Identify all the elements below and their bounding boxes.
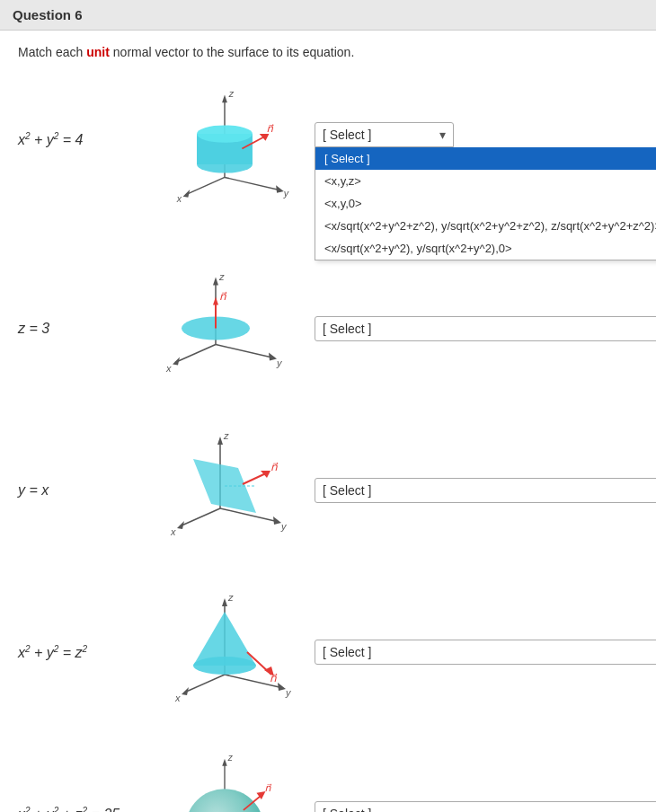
svg-line-6: [185, 177, 225, 194]
question-title: Question 6: [13, 7, 83, 22]
equation-2-text: z = 3: [18, 321, 49, 336]
select-container-1: [ Select ] ▾ [ Select ] <x,y,z> <x,y,0> …: [315, 77, 454, 147]
select-5[interactable]: [ Select ] <x,y,z> <x,y,0> <x/sqrt(x^2+y…: [315, 801, 656, 812]
plane-svg: z y x n⃗: [153, 423, 297, 558]
svg-text:n⃗: n⃗: [270, 672, 278, 684]
equation-1: x2 + y2 = 4: [18, 77, 135, 148]
row-2: z = 3 z y x n⃗: [18, 257, 638, 401]
cone-svg: z y x n⃗: [153, 585, 297, 719]
shape-disk: z y x n⃗: [135, 257, 315, 401]
svg-marker-29: [217, 437, 223, 445]
svg-text:n⃗: n⃗: [219, 290, 227, 303]
svg-text:n⃗: n⃗: [265, 782, 272, 793]
option-xyz-1[interactable]: <x,y,z>: [315, 170, 656, 192]
svg-text:z: z: [227, 753, 234, 763]
instruction-highlight: unit: [86, 45, 110, 59]
question-header: Question 6: [0, 0, 656, 31]
instruction-text: Match each unit normal vector to the sur…: [18, 45, 638, 59]
svg-marker-22: [173, 357, 180, 366]
shape-sphere: z y n⃗: [135, 742, 315, 812]
option-xy0-1[interactable]: <x,y,0>: [315, 192, 656, 215]
select-container-4: [ Select ] <x,y,z> <x,y,0> <x/sqrt(x^2+y…: [315, 640, 656, 665]
svg-marker-49: [182, 687, 189, 695]
svg-text:y: y: [276, 357, 283, 368]
equation-4: x2 + y2 = z2: [18, 643, 135, 660]
svg-line-48: [184, 675, 225, 693]
row-3: y = x z y x: [18, 419, 638, 562]
svg-line-21: [175, 345, 216, 363]
svg-text:z: z: [227, 592, 234, 603]
instruction-prefix: Match each: [18, 45, 86, 59]
svg-marker-32: [273, 516, 281, 525]
question-body: Match each unit normal vector to the sur…: [0, 31, 656, 812]
equation-1-text: x2 + y2 = 4: [18, 132, 84, 147]
svg-marker-19: [269, 353, 277, 361]
svg-point-52: [193, 657, 256, 675]
svg-marker-57: [222, 759, 226, 766]
svg-text:z: z: [218, 271, 225, 282]
svg-text:x: x: [165, 363, 172, 374]
option-select-1[interactable]: [ Select ]: [315, 147, 656, 170]
dropdown-list-1: [ Select ] <x,y,z> <x,y,0> <x/sqrt(x^2+y…: [315, 147, 656, 260]
shape-cylinder: z y x n⃗: [135, 77, 315, 221]
svg-marker-43: [222, 598, 227, 606]
equation-2: z = 3: [18, 321, 135, 337]
row-4: x2 + y2 = z2 z y x: [18, 580, 638, 724]
svg-marker-4: [276, 185, 284, 193]
select-4[interactable]: [ Select ] <x,y,z> <x,y,0> <x/sqrt(x^2+y…: [315, 640, 656, 665]
svg-line-18: [216, 345, 274, 358]
svg-text:x: x: [176, 193, 182, 204]
svg-point-64: [185, 789, 263, 812]
dropdown-open-1: [ Select ] ▾ [ Select ] <x,y,z> <x,y,0> …: [315, 122, 454, 147]
row-5: x2 + y2 + z2 = 25 z y: [18, 742, 638, 812]
svg-text:n⃗: n⃗: [266, 122, 274, 134]
equation-4-text: x2 + y2 = z2: [18, 645, 87, 660]
disk-svg: z y x n⃗: [153, 261, 297, 396]
svg-text:x: x: [174, 693, 181, 703]
svg-text:y: y: [280, 521, 288, 532]
option-unit-sphere-1[interactable]: <x/sqrt(x^2+y^2+z^2), y/sqrt(x^2+y^2+z^2…: [315, 215, 656, 237]
svg-line-34: [180, 508, 220, 526]
shape-cone: z y x n⃗: [135, 580, 315, 724]
equation-5: x2 + y2 + z2 = 25: [18, 805, 135, 812]
row-1: x2 + y2 = 4 z y x: [18, 77, 638, 221]
svg-marker-35: [177, 521, 184, 529]
svg-text:x: x: [170, 526, 176, 537]
sphere-svg: z y n⃗: [153, 746, 297, 812]
svg-text:n⃗: n⃗: [270, 461, 279, 473]
select-trigger-1[interactable]: [ Select ] ▾: [315, 122, 454, 147]
svg-marker-13: [260, 134, 270, 141]
svg-marker-26: [213, 297, 218, 305]
svg-text:z: z: [223, 430, 229, 441]
equation-3-text: y = x: [18, 482, 49, 498]
select-3[interactable]: [ Select ] <x,y,z> <x,y,0> <x/sqrt(x^2+y…: [315, 478, 656, 503]
select-container-2: [ Select ] <x,y,z> <x,y,0> <x/sqrt(x^2+y…: [315, 316, 656, 341]
select-value-1: [ Select ]: [323, 128, 439, 142]
equation-3: y = x: [18, 482, 135, 499]
cylinder-svg: z y x n⃗: [153, 82, 297, 216]
equation-5-text: x2 + y2 + z2 = 25: [18, 807, 120, 812]
shape-plane: z y x n⃗: [135, 419, 315, 562]
svg-marker-16: [213, 278, 218, 286]
instruction-suffix: normal vector to the surface to its equa…: [110, 45, 354, 59]
svg-marker-7: [183, 190, 191, 198]
svg-point-11: [197, 125, 253, 142]
chevron-down-icon-1: ▾: [439, 128, 446, 142]
svg-marker-1: [222, 95, 227, 103]
svg-text:y: y: [285, 687, 292, 698]
select-container-3: [ Select ] <x,y,z> <x,y,0> <x/sqrt(x^2+y…: [315, 478, 656, 503]
select-2[interactable]: [ Select ] <x,y,z> <x,y,0> <x/sqrt(x^2+y…: [315, 316, 656, 341]
option-unit-cyl-1[interactable]: <x/sqrt(x^2+y^2), y/sqrt(x^2+y^2),0>: [315, 237, 656, 260]
svg-text:z: z: [228, 88, 235, 99]
svg-line-3: [225, 177, 281, 190]
select-container-5: [ Select ] <x,y,z> <x,y,0> <x/sqrt(x^2+y…: [315, 801, 656, 812]
svg-text:y: y: [283, 188, 289, 199]
svg-marker-46: [278, 683, 286, 691]
